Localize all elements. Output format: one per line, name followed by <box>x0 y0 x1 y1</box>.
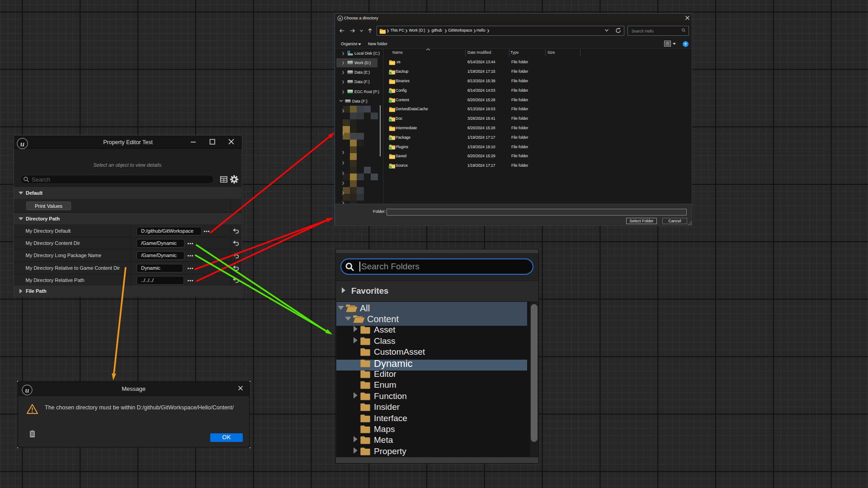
svg-text:u: u <box>339 16 341 20</box>
